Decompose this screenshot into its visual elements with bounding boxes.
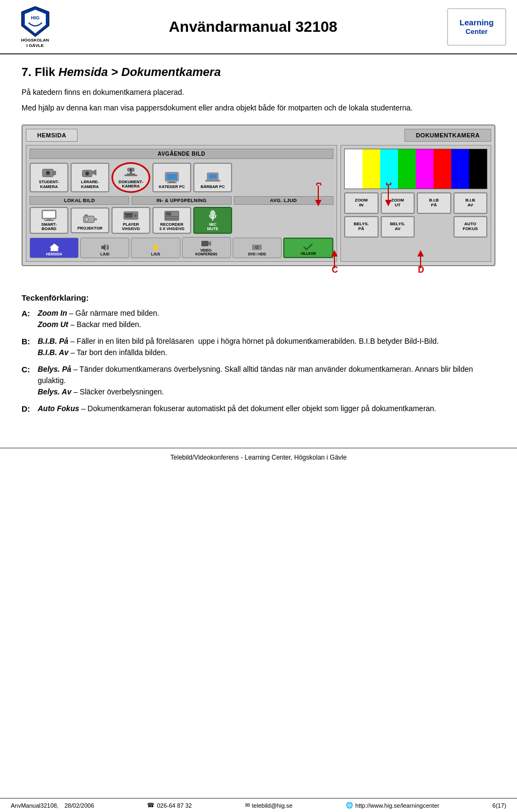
svg-rect-11 bbox=[127, 173, 135, 175]
arrow-a-icon: A bbox=[305, 183, 332, 210]
recorder-icon bbox=[164, 210, 179, 221]
larar-kamera-button[interactable]: LÄRARE- KAMERA bbox=[71, 163, 109, 192]
arrow-b-area: B bbox=[375, 183, 402, 212]
svg-text:A: A bbox=[316, 183, 322, 187]
bottom-nav: HEMSIDA LJUD bbox=[30, 237, 333, 258]
video-konferens-icon bbox=[201, 239, 212, 248]
svg-rect-37 bbox=[165, 217, 179, 219]
ui-panel-wrapper: HEMSIDA DOKUMENTKAMERA AVGÅENDE BILD bbox=[22, 124, 495, 266]
footer-page: 6(17) bbox=[492, 802, 506, 809]
svg-point-54 bbox=[256, 247, 257, 248]
svg-rect-35 bbox=[125, 213, 132, 214]
svg-rect-18 bbox=[169, 181, 175, 182]
light-icon bbox=[150, 243, 161, 252]
footer-email: ✉ telebild@hig.se bbox=[245, 802, 292, 809]
legend-value-a: Zoom In – Går närmare med bilden. Zoom U… bbox=[38, 308, 495, 330]
recorder-button[interactable]: RECORDER 3 x VHS/DVD bbox=[152, 207, 191, 234]
color-bar-white bbox=[345, 149, 362, 189]
nav-ljud-button[interactable]: LJUD bbox=[80, 238, 129, 258]
kateder-pc-button[interactable]: KATEDER PC bbox=[152, 163, 191, 192]
mic-icon bbox=[205, 210, 220, 221]
legend-value-d: Auto Fokus – Dokumentkameran fokuserar a… bbox=[38, 403, 495, 415]
legend-item-b: B: B.I.B. På – Fäller in en liten bild p… bbox=[22, 336, 495, 358]
arrow-c-area: C bbox=[321, 247, 348, 276]
bib-av-button[interactable]: B.I.B AV bbox=[453, 192, 488, 214]
larar-kamera-icon bbox=[81, 166, 99, 179]
zoom-in-button[interactable]: ZOOM IN bbox=[344, 192, 379, 214]
student-kamera-button[interactable]: STUDENT- KAMERA bbox=[30, 163, 68, 192]
bib-pa-button[interactable]: B.I.B PÅ bbox=[417, 192, 451, 214]
svg-text:C: C bbox=[332, 265, 338, 274]
footer-bottom: AnvManual32108, 28/02/2006 ☎ 026-64 87 3… bbox=[0, 798, 517, 812]
speaker-icon bbox=[100, 243, 110, 252]
barbar-pc-button[interactable]: BÄRBAR PC bbox=[193, 163, 232, 192]
projektor-button[interactable]: PROJEKTOR bbox=[71, 207, 109, 233]
color-bar-blue bbox=[451, 149, 469, 189]
uppspelning-label: IN- & UPPSPELNING bbox=[131, 196, 231, 205]
bottom-buttons-row: SMART- BOARD PROJEKTOR bbox=[30, 207, 333, 234]
barbar-pc-icon bbox=[204, 171, 221, 184]
smartboard-icon bbox=[41, 210, 57, 221]
section-labels-row: LOKAL BILD IN- & UPPSPELNING AVG. LJUD bbox=[30, 196, 333, 205]
logo-right: Learning Center bbox=[447, 8, 506, 46]
belys-pa-button[interactable]: BELYS. PÅ bbox=[344, 216, 379, 238]
legend-key-a: A: bbox=[22, 308, 38, 330]
belys-av-button[interactable]: BELYS. AV bbox=[381, 216, 415, 238]
svg-rect-42 bbox=[212, 219, 213, 221]
player-button[interactable]: PLAYER VHS/DVD bbox=[111, 207, 150, 234]
svg-rect-15 bbox=[124, 175, 137, 176]
player-icon bbox=[123, 210, 138, 221]
footer-phone: ☎ 026-64 87 32 bbox=[147, 802, 192, 809]
dok-buttons-row1: ZOOM IN ZOOM UT B.I.B PÅ B.I.B AV bbox=[344, 192, 487, 214]
dokument-kamera-button[interactable]: DOKUMENT- KAMERA bbox=[111, 162, 150, 193]
svg-marker-44 bbox=[101, 244, 106, 251]
legend-value-b: B.I.B. På – Fäller in en liten bild på f… bbox=[38, 336, 495, 358]
svg-rect-31 bbox=[85, 214, 88, 216]
avgaende-bild-label: AVGÅENDE BILD bbox=[30, 149, 333, 159]
nav-konferens-button[interactable]: VIDEO- KONFERENS bbox=[182, 237, 231, 258]
legend-key-d: D: bbox=[22, 403, 38, 415]
svg-point-40 bbox=[210, 210, 215, 218]
auto-fokus-button[interactable]: AUTO FOKUS bbox=[453, 216, 488, 238]
nav-ljus-button[interactable]: LJUS bbox=[131, 238, 180, 258]
panel-body: AVGÅENDE BILD STUDENT- KAMERA bbox=[26, 145, 491, 262]
panel-tabs: HEMSIDA DOKUMENTKAMERA bbox=[26, 129, 491, 142]
color-bar-black bbox=[469, 149, 487, 189]
nav-dvd-button[interactable]: DVD / HDD bbox=[233, 238, 282, 258]
page-header: HIG HÖGSKOLAN I GÄVLE Användarmanual 321… bbox=[0, 0, 517, 54]
svg-marker-43 bbox=[50, 244, 59, 251]
svg-rect-17 bbox=[166, 173, 177, 180]
kateder-pc-icon bbox=[163, 171, 180, 184]
main-content: 7. Flik Hemsida > Dokumentkamera På kate… bbox=[0, 54, 517, 437]
dvd-icon bbox=[251, 243, 262, 252]
svg-rect-39 bbox=[165, 219, 179, 220]
svg-text:B: B bbox=[386, 183, 392, 187]
footer-filename: AnvManual32108, 28/02/2006 bbox=[11, 802, 94, 809]
svg-text:HIG: HIG bbox=[31, 15, 39, 20]
svg-point-34 bbox=[134, 214, 137, 217]
panel-left: AVGÅENDE BILD STUDENT- KAMERA bbox=[26, 145, 337, 262]
check-icon bbox=[303, 242, 313, 251]
tab-dokumentkamera[interactable]: DOKUMENTKAMERA bbox=[404, 129, 491, 142]
section-title: 7. Flik Hemsida > Dokumentkamera bbox=[22, 65, 495, 79]
nav-hemsida-button[interactable]: HEMSIDA bbox=[30, 238, 79, 258]
footer-center: Telebild/Videokonferens - Learning Cente… bbox=[0, 448, 517, 467]
mic-mute-button[interactable]: MIC MUTE bbox=[193, 207, 232, 234]
legend-title: Teckenförklaring: bbox=[22, 293, 495, 302]
svg-rect-30 bbox=[94, 218, 97, 220]
student-kamera-icon bbox=[40, 166, 58, 179]
web-icon: 🌐 bbox=[346, 802, 353, 809]
svg-marker-10 bbox=[92, 169, 96, 176]
home-icon bbox=[49, 243, 60, 252]
svg-point-5 bbox=[47, 172, 50, 175]
hogskolan-shield-icon: HIG bbox=[20, 5, 50, 38]
svg-rect-50 bbox=[201, 241, 208, 246]
legend-item-c: C: Belys. På – Tänder dokumentkamerans ö… bbox=[22, 364, 495, 398]
smartboard-button[interactable]: SMART- BOARD bbox=[30, 207, 68, 234]
tab-hemsida[interactable]: HEMSIDA bbox=[26, 129, 78, 142]
svg-rect-25 bbox=[47, 219, 51, 220]
panel-right: ZOOM IN ZOOM UT B.I.B PÅ B.I.B AV BELYS.… bbox=[340, 145, 491, 262]
legend-item-d: D: Auto Fokus – Dokumentkameran fokusera… bbox=[22, 403, 495, 415]
svg-point-9 bbox=[86, 172, 89, 175]
svg-marker-51 bbox=[208, 241, 211, 246]
